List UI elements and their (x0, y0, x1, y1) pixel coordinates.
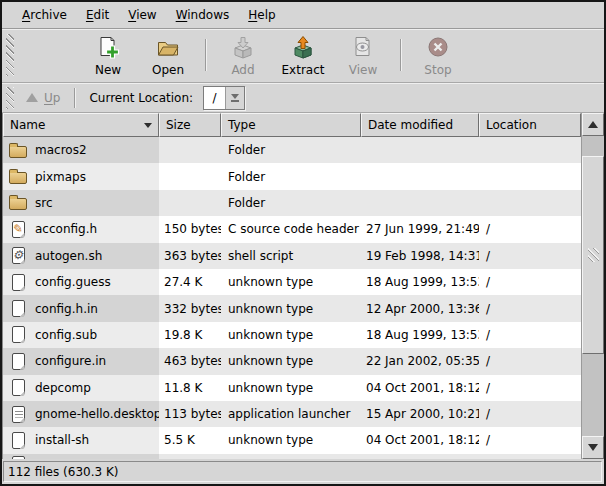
cell-size: 19.8 K (159, 322, 221, 348)
location-bar: Up Current Location: / (2, 83, 604, 113)
file-row[interactable]: src Folder (3, 190, 581, 216)
file-row[interactable]: depcomp 11.8 K unknown type 04 Oct 2001,… (3, 375, 581, 401)
file-type-icon (8, 324, 28, 346)
cell-size (159, 163, 221, 189)
cell-name: config.sub (3, 322, 159, 348)
cell-type: Folder (221, 163, 361, 189)
toolbar-separator (400, 39, 401, 71)
file-row[interactable]: config.h.in 332 bytes unknown type 12 Ap… (3, 295, 581, 321)
cell-date-modified: 15 Apr 2000, 10:21 (361, 401, 479, 427)
cell-size: 363 bytes (159, 243, 221, 269)
column-header-type[interactable]: Type (221, 113, 361, 137)
cell-type: shell script (221, 243, 361, 269)
toolbar: New Open Add (2, 29, 604, 83)
cell-name: gnome-hello.desktop (3, 401, 159, 427)
cell-date-modified: 18 Aug 1999, 13:53 (361, 322, 479, 348)
file-table: Name Size Type Date modified Location ma… (2, 113, 604, 459)
file-row[interactable]: config.guess 27.4 K unknown type 18 Aug … (3, 269, 581, 295)
toolbar-button-label: Open (152, 63, 184, 77)
toolbar-button-label: New (95, 63, 121, 77)
file-type-icon (8, 377, 28, 399)
vertical-scrollbar (581, 113, 604, 459)
column-header-size[interactable]: Size (159, 113, 221, 137)
file-type-icon (8, 403, 28, 425)
stop-button[interactable]: Stop (408, 31, 468, 79)
add-button[interactable]: Add (213, 31, 273, 79)
rows-mount: macros2 Folder pixmaps Folder src Folder… (3, 137, 581, 454)
file-list: macros2 Folder pixmaps Folder src Folder… (3, 137, 581, 459)
cell-date-modified: 19 Feb 1998, 14:31 (361, 243, 479, 269)
locationbar-drag-handle[interactable] (6, 87, 14, 109)
file-row[interactable]: install-sh 5.5 K unknown type 04 Oct 200… (3, 427, 581, 453)
stop-icon (425, 35, 451, 61)
scrollbar-thumb[interactable] (582, 156, 604, 354)
menu-archive[interactable]: Archive (22, 8, 67, 22)
file-row[interactable]: macros2 Folder (3, 137, 581, 163)
cell-location: / (479, 295, 581, 321)
column-header-date-modified[interactable]: Date modified (361, 113, 479, 137)
cell-name: pixmaps (3, 163, 159, 189)
menubar: Archive Edit View Windows Help (2, 2, 604, 29)
cell-date-modified: 18 Aug 1999, 13:53 (361, 269, 479, 295)
file-type-icon (8, 350, 28, 372)
cell-location: / (479, 348, 581, 374)
up-arrow-icon (26, 93, 38, 102)
cell-type: Folder (221, 190, 361, 216)
cell-name: configure.in (3, 348, 159, 374)
cell-location: / (479, 322, 581, 348)
status-bar: 112 files (630.3 K) (2, 459, 604, 484)
file-row[interactable]: acconfig.h 150 bytes C source code heade… (3, 216, 581, 242)
view-button[interactable]: View (333, 31, 393, 79)
cell-date-modified: 12 Apr 2000, 13:36 (361, 295, 479, 321)
file-row[interactable]: config.sub 19.8 K unknown type 18 Aug 19… (3, 322, 581, 348)
cell-location (479, 163, 581, 189)
toolbar-button-label: Stop (424, 63, 451, 77)
cell-size: 113 bytes (159, 401, 221, 427)
file-row[interactable]: configure.in 463 bytes unknown type 22 J… (3, 348, 581, 374)
cell-location: / (479, 375, 581, 401)
toolbar-separator (205, 39, 206, 71)
column-header-location[interactable]: Location (479, 113, 581, 137)
location-combobox: / (203, 86, 245, 110)
new-button[interactable]: New (78, 31, 138, 79)
cell-location (479, 190, 581, 216)
menu-help[interactable]: Help (248, 8, 275, 22)
cell-type: unknown type (221, 322, 361, 348)
column-header-name[interactable]: Name (3, 113, 159, 137)
file-type-icon (8, 298, 28, 320)
cell-size: 463 bytes (159, 348, 221, 374)
status-text: 112 files (630.3 K) (8, 465, 118, 479)
scroll-down-button[interactable] (582, 436, 604, 459)
cell-name: depcomp (3, 375, 159, 401)
file-row[interactable]: pixmaps Folder (3, 163, 581, 189)
location-value[interactable]: / (204, 87, 226, 109)
scroll-up-button[interactable] (582, 113, 604, 136)
toolbar-button-label: View (349, 63, 377, 77)
cell-location (479, 137, 581, 163)
file-type-icon (8, 218, 28, 240)
chevron-bar (231, 100, 239, 102)
cell-size (159, 137, 221, 163)
menu-view[interactable]: View (128, 8, 156, 22)
file-row[interactable]: autogen.sh 363 bytes shell script 19 Feb… (3, 243, 581, 269)
cell-size: 5.5 K (159, 427, 221, 453)
file-row[interactable]: gnome-hello.desktop 113 bytes applicatio… (3, 401, 581, 427)
extract-icon (290, 35, 316, 61)
view-file-icon (350, 35, 376, 61)
toolbar-button-label: Add (231, 63, 254, 77)
up-button[interactable]: Up (18, 88, 68, 108)
open-button[interactable]: Open (138, 31, 198, 79)
scrollbar-trough[interactable] (582, 136, 604, 436)
menu-windows[interactable]: Windows (176, 8, 230, 22)
location-dropdown-button[interactable] (226, 87, 244, 109)
table-header: Name Size Type Date modified Location (3, 113, 581, 137)
cell-date-modified: 27 Jun 1999, 21:49 (361, 216, 479, 242)
extract-button[interactable]: Extract (273, 31, 333, 79)
toolbar-button-label: Extract (282, 63, 325, 77)
menu-edit[interactable]: Edit (86, 8, 109, 22)
cell-size: 27.4 K (159, 269, 221, 295)
toolbar-drag-handle[interactable] (6, 34, 14, 76)
sort-descending-icon (144, 123, 152, 128)
cell-type: application launcher (221, 401, 361, 427)
file-type-icon (8, 245, 28, 267)
